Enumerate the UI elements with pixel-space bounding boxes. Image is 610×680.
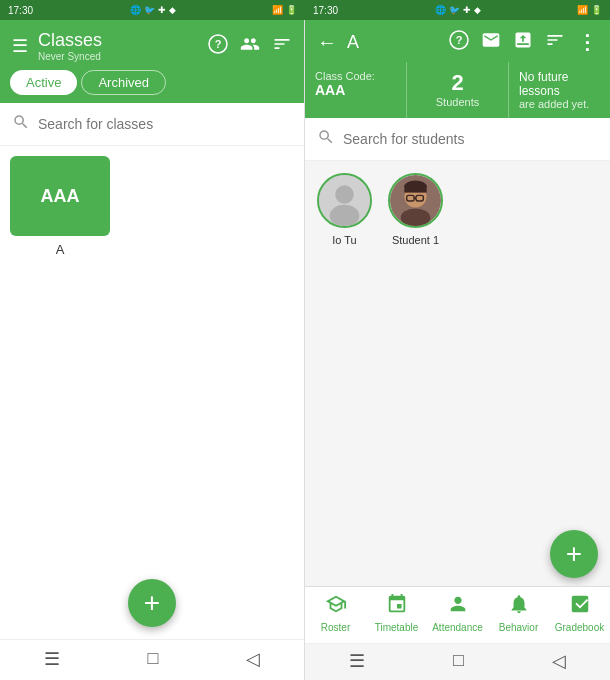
left-fab-area: + <box>0 567 304 639</box>
tab-behavior[interactable]: Behavior <box>488 593 549 633</box>
time-left: 17:30 <box>8 5 33 16</box>
svg-text:?: ? <box>215 38 222 50</box>
status-bar: 17:30 🌐🐦✚◆ 📶🔋 17:30 🌐🐦✚◆ 📶🔋 <box>0 0 610 20</box>
bottom-tabs: Roster Timetable Attendance <box>305 586 610 643</box>
svg-rect-10 <box>404 185 426 192</box>
right-search-bar <box>305 118 610 161</box>
no-lessons-value: No future lessons <box>519 70 600 98</box>
roster-icon <box>325 593 347 620</box>
left-header-icons: ? <box>208 34 292 58</box>
sort-icon-left[interactable] <box>272 34 292 58</box>
search-icon-left <box>12 113 30 135</box>
class-card-aaa[interactable]: AAA <box>10 156 110 236</box>
left-title-area: Classes Never Synced <box>38 30 198 62</box>
left-signal-icons: 📶🔋 <box>272 5 297 15</box>
attendance-icon <box>447 593 469 620</box>
right-status-icons: 🌐🐦✚◆ <box>435 5 481 15</box>
active-tab[interactable]: Active <box>10 70 77 95</box>
status-bar-right: 17:30 🌐🐦✚◆ 📶🔋 <box>305 5 610 16</box>
no-lessons-sub: are added yet. <box>519 98 600 110</box>
tab-gradebook[interactable]: Gradebook <box>549 593 610 633</box>
main-area: ☰ Classes Never Synced ? <box>0 20 610 680</box>
class-code-cell: Class Code: AAA <box>305 62 407 118</box>
behavior-icon <box>508 593 530 620</box>
archived-tab[interactable]: Archived <box>81 70 166 95</box>
gradebook-label: Gradebook <box>555 622 604 633</box>
students-count-value: 2 <box>417 70 498 96</box>
roster-label: Roster <box>321 622 350 633</box>
back-icon[interactable]: ← <box>317 31 337 54</box>
svg-point-5 <box>335 185 354 204</box>
right-fab-area: + <box>305 522 610 586</box>
search-students-input[interactable] <box>343 131 598 147</box>
nav-back-icon-left[interactable]: ◁ <box>246 648 260 670</box>
help-icon-right[interactable]: ? <box>449 30 469 54</box>
classes-list: AAA A <box>0 146 304 567</box>
nav-menu-icon-left[interactable]: ☰ <box>44 648 60 670</box>
never-synced-label: Never Synced <box>38 51 198 62</box>
status-bar-left: 17:30 🌐🐦✚◆ 📶🔋 <box>0 5 305 16</box>
add-student-button[interactable]: + <box>550 530 598 578</box>
behavior-label: Behavior <box>499 622 538 633</box>
add-class-button[interactable]: + <box>128 579 176 627</box>
class-code: AAA <box>41 186 80 207</box>
bottom-nav-left: ☰ □ ◁ <box>0 639 304 680</box>
hamburger-icon[interactable]: ☰ <box>12 35 28 57</box>
tab-attendance[interactable]: Attendance <box>427 593 488 633</box>
tab-roster[interactable]: Roster <box>305 593 366 633</box>
nav-home-icon-left[interactable]: □ <box>148 648 159 670</box>
student-avatar-1 <box>388 173 443 228</box>
search-icon-right <box>317 128 335 150</box>
filter-icon-right[interactable] <box>545 30 565 54</box>
student-item-io-tu[interactable]: Io Tu <box>317 173 372 246</box>
export-icon[interactable] <box>513 30 533 54</box>
class-code-value: AAA <box>315 82 396 98</box>
search-classes-input[interactable] <box>38 116 292 132</box>
class-name: A <box>56 242 65 257</box>
right-panel: ← A ? <box>305 20 610 680</box>
right-header-icons: ? ⋮ <box>449 30 598 54</box>
class-item[interactable]: AAA A <box>10 156 110 257</box>
class-code-label: Class Code: <box>315 70 396 82</box>
left-search-bar <box>0 103 304 146</box>
svg-text:?: ? <box>456 34 463 46</box>
student-avatar-io-tu <box>317 173 372 228</box>
gradebook-icon <box>569 593 591 620</box>
left-panel: ☰ Classes Never Synced ? <box>0 20 305 680</box>
classes-title: Classes <box>38 30 198 51</box>
left-status-icons: 🌐🐦✚◆ <box>130 5 176 15</box>
nav-home-icon-right[interactable]: □ <box>453 650 464 672</box>
time-right: 17:30 <box>313 5 338 16</box>
right-signal-icons: 📶🔋 <box>577 5 602 15</box>
student-item-1[interactable]: Student 1 <box>388 173 443 246</box>
svg-point-6 <box>330 205 360 226</box>
tabs-row: Active Archived <box>0 70 304 103</box>
no-lessons-cell: No future lessons are added yet. <box>509 62 610 118</box>
more-icon[interactable]: ⋮ <box>577 30 598 54</box>
timetable-icon <box>386 593 408 620</box>
tab-timetable[interactable]: Timetable <box>366 593 427 633</box>
class-info-row: Class Code: AAA 2 Students No future les… <box>305 62 610 118</box>
student-name-io-tu: Io Tu <box>332 234 356 246</box>
nav-menu-icon-right[interactable]: ☰ <box>349 650 365 672</box>
student-name-1: Student 1 <box>392 234 439 246</box>
nav-back-icon-right[interactable]: ◁ <box>552 650 566 672</box>
attendance-label: Attendance <box>432 622 483 633</box>
people-icon[interactable] <box>240 34 260 58</box>
left-header: ☰ Classes Never Synced ? <box>0 20 304 70</box>
students-count-label: Students <box>417 96 498 108</box>
right-header: ← A ? <box>305 20 610 62</box>
timetable-label: Timetable <box>375 622 419 633</box>
students-count-cell: 2 Students <box>407 62 509 118</box>
students-grid: Io Tu <box>305 161 610 522</box>
help-icon-left[interactable]: ? <box>208 34 228 58</box>
email-icon[interactable] <box>481 30 501 54</box>
class-detail-title: A <box>347 32 439 53</box>
bottom-nav-right: ☰ □ ◁ <box>305 643 610 680</box>
